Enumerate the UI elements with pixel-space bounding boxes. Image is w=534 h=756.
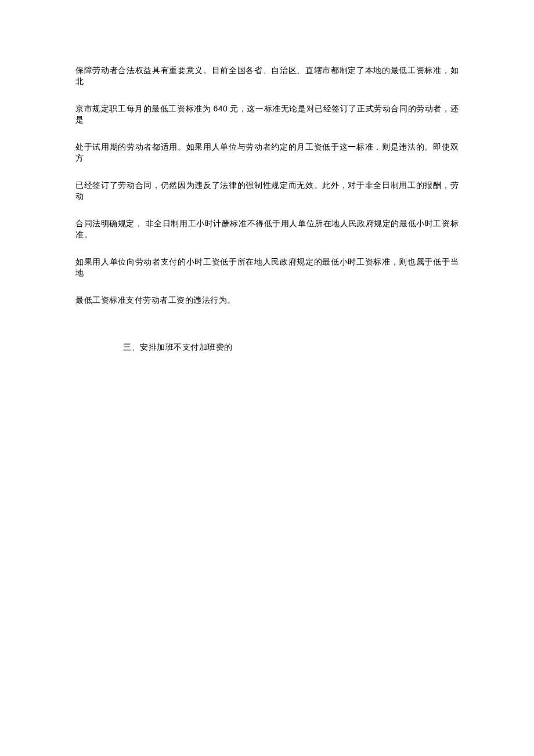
body-paragraph: 合同法明确规定， 非全日制用工小时计酬标准不得低于用人单位所在地人民政府规定的最… <box>75 218 459 240</box>
body-paragraph: 如果用人单位向劳动者支付的小时工资低于所在地人民政府规定的最低小时工资标准，则也… <box>75 256 459 278</box>
body-paragraph: 已经签订了劳动合同，仍然因为违反了法律的强制性规定而无效。此外，对于非全日制用工… <box>75 180 459 202</box>
document-page: 保障劳动者合法权益具有重要意义。目前全国各省、自治区、直辖市都制定了本地的最低工… <box>0 0 534 353</box>
section-heading: 三、安排加班不支付加班费的 <box>75 342 459 353</box>
body-paragraph: 保障劳动者合法权益具有重要意义。目前全国各省、自治区、直辖市都制定了本地的最低工… <box>75 65 459 87</box>
numeric-value: 640 <box>213 104 228 113</box>
body-paragraph: 最低工资标准支付劳动者工资的违法行为。 <box>75 295 459 306</box>
body-paragraph: 处于试用期的劳动者都适用。如果用人单位与劳动者约定的月工资低于这一标准，则是违法… <box>75 142 459 164</box>
text-segment: 京市规定职工每月的最低工资标准为 <box>75 104 213 113</box>
body-paragraph: 京市规定职工每月的最低工资标准为 640 元，这一标准无论是对已经签订了正式劳动… <box>75 103 459 125</box>
